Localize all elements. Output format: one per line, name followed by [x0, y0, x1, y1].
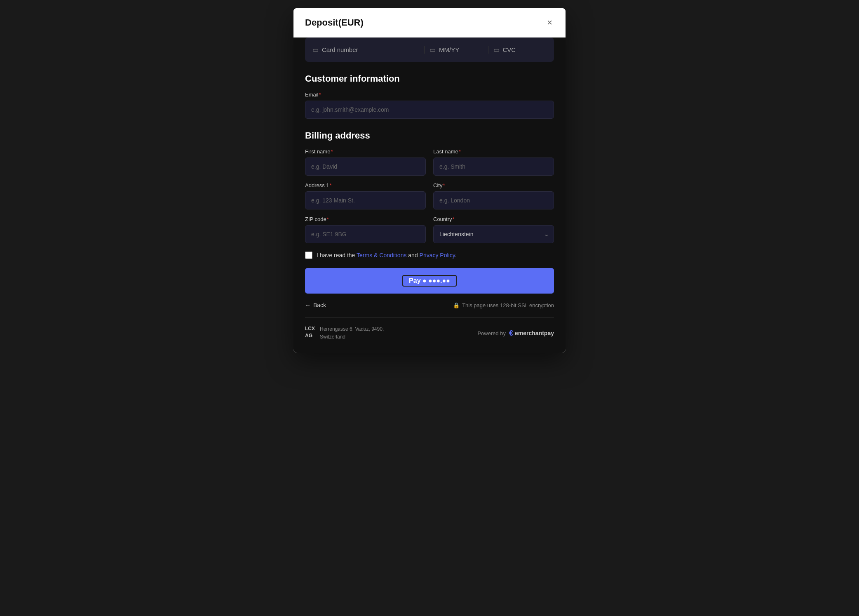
- ssl-info: 🔒 This page uses 128-bit SSL encryption: [453, 302, 554, 308]
- last-name-required: *: [459, 148, 461, 155]
- terms-link[interactable]: Terms & Conditions: [357, 252, 406, 259]
- privacy-link[interactable]: Privacy Policy: [420, 252, 455, 259]
- close-button[interactable]: ×: [545, 16, 554, 29]
- company-address: Herrengasse 6, Vaduz, 9490,Switzerland: [320, 325, 384, 341]
- card-cvc-placeholder: CVC: [503, 46, 516, 53]
- country-group: Country* Liechtenstein Switzerland Germa…: [433, 216, 554, 243]
- city-required: *: [443, 182, 445, 188]
- billing-address-section: Billing address First name* Last name*: [305, 130, 554, 243]
- back-arrow-icon: ←: [305, 302, 311, 308]
- zip-group: ZIP code*: [305, 216, 426, 243]
- card-number-icon: ▭: [312, 46, 319, 54]
- card-expiry-field: ▭ MM/YY: [424, 46, 483, 54]
- modal-body: ▭ Card number ▭ MM/YY ▭ CVC Customer inf…: [293, 38, 566, 353]
- billing-section-title: Billing address: [305, 130, 554, 141]
- first-name-group: First name*: [305, 148, 426, 176]
- email-input[interactable]: [305, 101, 554, 119]
- country-required: *: [453, 216, 455, 222]
- zip-input[interactable]: [305, 225, 426, 243]
- email-field-group: Email*: [305, 92, 554, 119]
- modal-title: Deposit(EUR): [305, 17, 364, 28]
- bottom-info: LCXAG Herrengasse 6, Vaduz, 9490,Switzer…: [305, 325, 554, 341]
- ssl-label: This page uses 128-bit SSL encryption: [462, 302, 554, 308]
- first-name-required: *: [331, 148, 333, 155]
- lock-icon: 🔒: [453, 302, 460, 308]
- card-cvc-icon: ▭: [493, 46, 500, 54]
- last-name-input[interactable]: [433, 158, 554, 176]
- card-expiry-placeholder: MM/YY: [439, 46, 459, 53]
- back-button[interactable]: ← Back: [305, 302, 326, 308]
- name-row: First name* Last name*: [305, 148, 554, 176]
- card-number-placeholder: Card number: [322, 46, 358, 53]
- address-label: Address 1*: [305, 182, 426, 188]
- country-select-wrapper: Liechtenstein Switzerland Germany Austri…: [433, 225, 554, 243]
- address-city-row: Address 1* City*: [305, 182, 554, 209]
- last-name-group: Last name*: [433, 148, 554, 176]
- company-info: LCXAG Herrengasse 6, Vaduz, 9490,Switzer…: [305, 325, 384, 341]
- emerchantpay-icon: €: [509, 329, 513, 338]
- zip-country-row: ZIP code* Country* Liechtenstein Switzer…: [305, 216, 554, 243]
- address-required: *: [330, 182, 332, 188]
- zip-label: ZIP code*: [305, 216, 426, 222]
- modal-header: Deposit(EUR) ×: [293, 8, 566, 38]
- customer-section-title: Customer information: [305, 73, 554, 84]
- country-select[interactable]: Liechtenstein Switzerland Germany Austri…: [433, 225, 554, 243]
- last-name-label: Last name*: [433, 148, 554, 155]
- first-name-input[interactable]: [305, 158, 426, 176]
- address-input[interactable]: [305, 191, 426, 209]
- first-name-label: First name*: [305, 148, 426, 155]
- footer-divider: [305, 317, 554, 318]
- pay-button[interactable]: Pay ● ●●●.●●: [305, 268, 554, 294]
- terms-checkbox[interactable]: [305, 252, 312, 259]
- emerchantpay-name: emerchantpay: [515, 330, 554, 336]
- terms-checkbox-row: I have read the Terms & Conditions and P…: [305, 252, 554, 259]
- company-name: LCXAG: [305, 325, 315, 339]
- card-fields-section: ▭ Card number ▭ MM/YY ▭ CVC: [305, 38, 554, 62]
- zip-required: *: [327, 216, 329, 222]
- customer-information-section: Customer information Email*: [305, 73, 554, 119]
- powered-by: Powered by € emerchantpay: [477, 329, 554, 338]
- pay-button-label: Pay ● ●●●.●●: [402, 275, 457, 287]
- footer-row: ← Back 🔒 This page uses 128-bit SSL encr…: [305, 302, 554, 308]
- emerchantpay-logo: € emerchantpay: [509, 329, 554, 338]
- card-expiry-icon: ▭: [430, 46, 436, 54]
- deposit-modal: Deposit(EUR) × ▭ Card number ▭ MM/YY ▭ C…: [293, 8, 566, 353]
- country-label: Country*: [433, 216, 554, 222]
- email-required-star: *: [319, 92, 321, 98]
- card-number-field: ▭ Card number: [312, 46, 419, 54]
- city-group: City*: [433, 182, 554, 209]
- address-group: Address 1*: [305, 182, 426, 209]
- card-cvc-field: ▭ CVC: [488, 46, 547, 54]
- email-label: Email*: [305, 92, 554, 98]
- terms-label: I have read the Terms & Conditions and P…: [317, 252, 457, 259]
- powered-by-label: Powered by: [477, 330, 506, 336]
- city-label: City*: [433, 182, 554, 188]
- back-label: Back: [313, 302, 326, 308]
- city-input[interactable]: [433, 191, 554, 209]
